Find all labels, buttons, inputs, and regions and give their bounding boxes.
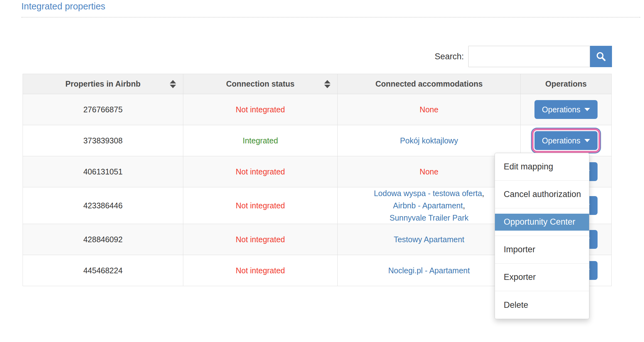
none-label: None [420, 167, 438, 176]
sort-up-arrow [324, 80, 330, 83]
connection-status-cell: Integrated [183, 125, 338, 156]
property-id-cell: 423386446 [23, 187, 183, 224]
column-header-label: Connection status [226, 79, 294, 88]
accommodation-link[interactable]: Pokój koktajlowy [400, 136, 458, 145]
property-id-cell: 445468224 [23, 255, 183, 286]
menu-item-exporter[interactable]: Exporter [495, 269, 589, 286]
accommodation-link[interactable]: Noclegi.pl - Apartament [388, 266, 470, 275]
menu-item-row: Delete [495, 291, 589, 319]
connection-status-cell: Not integrated [183, 187, 338, 224]
menu-list: Edit mappingCancel authorizationOpportun… [495, 153, 589, 319]
connection-status: Not integrated [236, 167, 285, 176]
property-id: 445468224 [83, 266, 122, 275]
search-icon [595, 51, 607, 62]
menu-item-row: Cancel authorization [495, 181, 589, 208]
section-divider [21, 17, 640, 18]
connection-status: Not integrated [236, 105, 285, 114]
none-label: None [420, 105, 438, 114]
connected-accommodations-cell: None [338, 156, 521, 187]
connection-status-cell: Not integrated [183, 255, 338, 286]
sort-down-arrow [170, 85, 176, 88]
column-header-operations: Operations [521, 74, 612, 94]
page-title: Integrated properties [21, 1, 105, 12]
caret-down-icon [584, 139, 590, 142]
comma: , [482, 189, 484, 198]
property-id-cell: 406131051 [23, 156, 183, 187]
connected-accommodations-cell: Lodowa wyspa - testowa oferta,Airbnb - A… [338, 187, 521, 224]
connection-status: Not integrated [236, 235, 285, 244]
connected-accommodations-cell: Pokój koktajlowy [338, 125, 521, 156]
column-header-label: Properties in Airbnb [65, 79, 140, 88]
caret-down-icon [584, 108, 590, 111]
sort-down-arrow [324, 85, 330, 88]
menu-item-row: Importer [495, 236, 589, 264]
connection-status-cell: Not integrated [183, 224, 338, 255]
column-header-properties-in-airbnb[interactable]: Properties in Airbnb [23, 74, 183, 94]
property-id: 276766875 [83, 105, 122, 114]
sort-icon [324, 80, 330, 88]
accommodation-link[interactable]: Lodowa wyspa - testowa oferta [374, 189, 482, 198]
connected-accommodations-cell: None [338, 94, 521, 125]
menu-item-row: Opportunity Center [495, 208, 589, 236]
column-header-label: Connected accommodations [375, 79, 483, 88]
property-id: 373839308 [83, 136, 122, 145]
sort-up-arrow [170, 80, 176, 83]
menu-item-row: Edit mapping [495, 153, 589, 181]
menu-item-row: Exporter [495, 264, 589, 291]
comma: , [463, 201, 465, 210]
accommodation-link[interactable]: Testowy Apartament [394, 235, 464, 244]
menu-item-edit-mapping[interactable]: Edit mapping [495, 158, 589, 175]
connected-accommodations-cell: Testowy Apartament [338, 224, 521, 255]
column-header-connected-accommodations: Connected accommodations [338, 74, 521, 94]
search-input[interactable] [468, 46, 590, 67]
accommodation-link[interactable]: Airbnb - Apartament [393, 201, 463, 210]
connection-status-cell: Not integrated [183, 156, 338, 187]
property-id-cell: 373839308 [23, 125, 183, 156]
menu-item-opportunity-center[interactable]: Opportunity Center [495, 214, 589, 231]
accommodation-link[interactable]: Sunnyvale Trailer Park [389, 213, 469, 222]
search-button[interactable] [590, 46, 612, 67]
connection-status: Not integrated [236, 266, 285, 275]
operations-cell: Operations [521, 125, 612, 156]
table-row: 276766875Not integratedNoneOperations [23, 94, 612, 125]
search-label: Search: [370, 46, 464, 67]
operations-cell: Operations [521, 94, 612, 125]
connected-accommodations-cell: Noclegi.pl - Apartament [338, 255, 521, 286]
connection-status: Not integrated [236, 201, 285, 210]
table-header-row: Properties in AirbnbConnection statusCon… [23, 74, 612, 94]
operations-button[interactable]: Operations [534, 131, 598, 150]
column-header-label: Operations [545, 79, 587, 88]
menu-item-delete[interactable]: Delete [495, 297, 589, 313]
sort-icon [170, 80, 176, 88]
property-id: 428846092 [83, 235, 122, 244]
connection-status: Integrated [243, 136, 278, 145]
property-id-cell: 276766875 [23, 94, 183, 125]
operations-button-label: Operations [542, 105, 580, 114]
menu-item-cancel-authorization[interactable]: Cancel authorization [495, 186, 589, 203]
operations-button-label: Operations [542, 136, 580, 145]
table-row: 373839308IntegratedPokój koktajlowyOpera… [23, 125, 612, 156]
connection-status-cell: Not integrated [183, 94, 338, 125]
operations-button[interactable]: Operations [534, 100, 598, 119]
operations-dropdown-menu: Edit mappingCancel authorizationOpportun… [495, 153, 589, 319]
property-id: 406131051 [83, 167, 122, 176]
column-header-connection-status[interactable]: Connection status [183, 74, 338, 94]
property-id-cell: 428846092 [23, 224, 183, 255]
menu-item-importer[interactable]: Importer [495, 241, 589, 258]
property-id: 423386446 [83, 201, 122, 210]
